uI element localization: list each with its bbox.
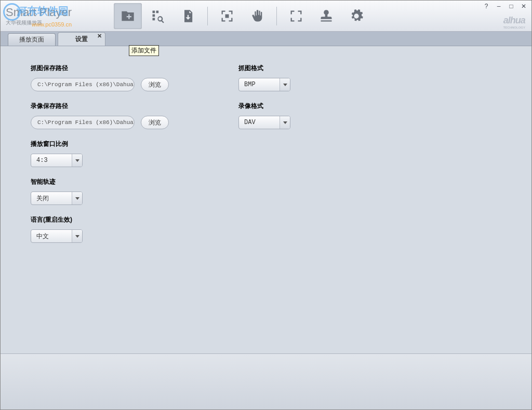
toolbar-separator bbox=[276, 7, 277, 25]
settings-panel: 抓图保存路径 C:\Program Files (x86)\DahuaT… 浏览… bbox=[1, 46, 531, 353]
chevron-down-icon bbox=[280, 116, 290, 129]
folder-plus-icon bbox=[121, 9, 135, 23]
add-file-button[interactable] bbox=[114, 3, 142, 29]
settings-left-col: 抓图保存路径 C:\Program Files (x86)\DahuaT… 浏览… bbox=[31, 59, 207, 248]
toolbar bbox=[110, 1, 371, 32]
search-grid-button[interactable] bbox=[144, 3, 172, 29]
smart-track-label: 智能轨迹 bbox=[31, 177, 207, 186]
stamp-icon bbox=[319, 9, 334, 23]
smart-track-value: 关闭 bbox=[31, 194, 72, 203]
file-export-icon bbox=[181, 9, 195, 23]
ratio-label: 播放窗口比例 bbox=[31, 140, 207, 148]
chevron-down-icon bbox=[72, 230, 82, 242]
language-dropdown[interactable]: 中文 bbox=[31, 229, 83, 243]
minimize-button[interactable]: – bbox=[495, 3, 502, 10]
toolbar-separator bbox=[207, 7, 208, 25]
chevron-down-icon bbox=[72, 192, 82, 204]
tooltip: 添加文件 bbox=[129, 45, 159, 56]
window-controls: ? – □ ✕ bbox=[483, 3, 527, 10]
snapshot-browse-button[interactable]: 浏览 bbox=[141, 78, 169, 91]
chevron-down-icon bbox=[280, 78, 290, 91]
record-browse-button[interactable]: 浏览 bbox=[141, 116, 169, 129]
chevron-down-icon bbox=[72, 154, 82, 167]
record-format-dropdown[interactable]: DAV bbox=[238, 116, 290, 129]
hand-icon bbox=[250, 9, 264, 23]
footer-bar bbox=[1, 353, 531, 409]
snapshot-path-input[interactable]: C:\Program Files (x86)\DahuaT… bbox=[31, 78, 135, 91]
snapshot-format-dropdown[interactable]: BMP bbox=[238, 78, 290, 91]
snapshot-format-label: 抓图格式 bbox=[238, 64, 342, 73]
snapshot-path-label: 抓图保存路径 bbox=[31, 64, 207, 73]
export-button[interactable] bbox=[174, 3, 202, 29]
record-path-input[interactable]: C:\Program Files (x86)\DahuaT… bbox=[31, 116, 135, 129]
ratio-value: 4:3 bbox=[31, 157, 72, 164]
settings-button[interactable] bbox=[342, 3, 370, 29]
smart-track-dropdown[interactable]: 关闭 bbox=[31, 192, 83, 205]
tab-label: 设置 bbox=[75, 35, 88, 44]
brand-logo: alhuaTECHNOLOGY bbox=[503, 15, 525, 29]
record-path-label: 录像保存路径 bbox=[31, 102, 207, 111]
tab-strip: 播放页面 设置 ✕ bbox=[1, 32, 531, 46]
maximize-button[interactable]: □ bbox=[508, 3, 515, 10]
tab-settings[interactable]: 设置 ✕ bbox=[58, 32, 105, 46]
language-value: 中文 bbox=[31, 232, 72, 241]
stamp-button[interactable] bbox=[312, 3, 340, 29]
titlebar: 河东软件园 www.pc0359.cn Smart Player 大华视频播放器 bbox=[1, 1, 531, 32]
record-format-value: DAV bbox=[239, 119, 280, 126]
ratio-dropdown[interactable]: 4:3 bbox=[31, 154, 83, 167]
tab-label: 播放页面 bbox=[19, 35, 44, 44]
language-label: 语言(重启生效) bbox=[31, 215, 207, 224]
snapshot-format-value: BMP bbox=[239, 81, 280, 88]
close-button[interactable]: ✕ bbox=[520, 3, 527, 10]
watermark-url: www.pc0359.cn bbox=[32, 21, 72, 28]
close-tab-icon[interactable]: ✕ bbox=[97, 33, 102, 39]
help-button[interactable]: ? bbox=[483, 3, 490, 10]
fullscreen-button[interactable] bbox=[282, 3, 310, 29]
app-window: 河东软件园 www.pc0359.cn Smart Player 大华视频播放器 bbox=[0, 0, 532, 410]
search-grid-icon bbox=[151, 9, 165, 23]
region-button[interactable] bbox=[213, 3, 241, 29]
fullscreen-icon bbox=[289, 9, 303, 23]
hand-tool-button[interactable] bbox=[243, 3, 271, 29]
gear-icon bbox=[349, 9, 364, 23]
tab-play[interactable]: 播放页面 bbox=[8, 33, 56, 46]
region-select-icon bbox=[220, 9, 234, 23]
record-format-label: 录像格式 bbox=[238, 102, 342, 111]
settings-right-col: 抓图格式 BMP 录像格式 DAV bbox=[238, 59, 342, 134]
app-title: Smart Player bbox=[6, 6, 110, 19]
